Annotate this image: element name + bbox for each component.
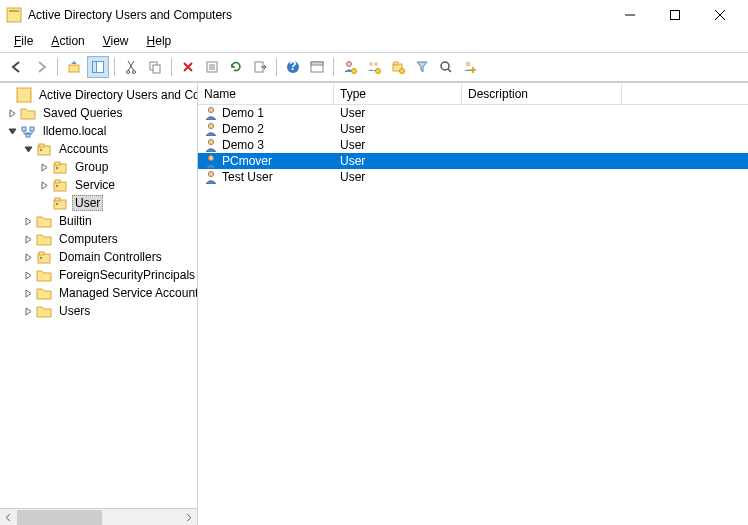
close-button[interactable] [697, 0, 742, 30]
new-ou-button[interactable] [387, 56, 409, 78]
column-header-type[interactable]: Type [334, 83, 462, 104]
tree-label: Managed Service Accounts [56, 285, 197, 301]
collapse-icon[interactable] [22, 143, 34, 155]
cut-button[interactable] [120, 56, 142, 78]
horizontal-scrollbar[interactable] [0, 508, 197, 525]
forward-button[interactable] [30, 56, 52, 78]
tree-builtin[interactable]: Builtin [0, 212, 197, 230]
toolbar-separator [171, 58, 172, 76]
tree-label: Domain Controllers [56, 249, 165, 265]
tree-label: Computers [56, 231, 121, 247]
column-header-name[interactable]: Name [198, 83, 334, 104]
menu-view[interactable]: ViewView [95, 32, 137, 50]
expand-icon[interactable] [22, 269, 34, 281]
cell-type: User [334, 122, 462, 136]
column-header-description[interactable]: Description [462, 83, 622, 104]
tree[interactable]: Active Directory Users and Com Saved Que… [0, 83, 197, 508]
expand-icon[interactable] [38, 179, 50, 191]
cell-type: User [334, 170, 462, 184]
app-icon [6, 7, 22, 23]
tree-foreign-security-principals[interactable]: ForeignSecurityPrincipals [0, 266, 197, 284]
scroll-right-button[interactable] [180, 510, 197, 525]
list-row[interactable]: Test UserUser [198, 169, 748, 185]
svg-rect-21 [311, 62, 323, 65]
menu-action[interactable]: ActionAction [43, 32, 92, 50]
delete-button[interactable] [177, 56, 199, 78]
expand-icon[interactable] [6, 107, 18, 119]
export-button[interactable] [249, 56, 271, 78]
cell-name-text: Test User [222, 170, 273, 184]
svg-rect-41 [55, 162, 60, 165]
svg-point-9 [127, 71, 130, 74]
maximize-button[interactable] [652, 0, 697, 30]
show-hide-tree-button[interactable] [87, 56, 109, 78]
tree-accounts[interactable]: Accounts [0, 140, 197, 158]
collapse-icon[interactable] [6, 125, 18, 137]
svg-rect-12 [153, 65, 160, 73]
menu-help[interactable]: HelpHelp [139, 32, 180, 50]
tree-label: Active Directory Users and Com [36, 87, 197, 103]
properties-button[interactable] [201, 56, 223, 78]
minimize-button[interactable] [607, 0, 652, 30]
svg-rect-33 [17, 88, 31, 102]
list-row[interactable]: Demo 2User [198, 121, 748, 137]
cell-name: Demo 1 [198, 106, 334, 120]
list-row[interactable]: Demo 1User [198, 105, 748, 121]
svg-line-31 [448, 69, 451, 72]
tree-service[interactable]: Service [0, 176, 197, 194]
tree-users[interactable]: Users [0, 302, 197, 320]
scroll-track[interactable] [17, 510, 180, 525]
cell-name-text: Demo 2 [222, 122, 264, 136]
find-button[interactable] [435, 56, 457, 78]
tree-managed-service-accounts[interactable]: Managed Service Accounts [0, 284, 197, 302]
cell-name-text: PCmover [222, 154, 272, 168]
refresh-button[interactable] [225, 56, 247, 78]
domain-icon [20, 123, 36, 139]
tree-saved-queries[interactable]: Saved Queries [0, 104, 197, 122]
tree-computers[interactable]: Computers [0, 230, 197, 248]
folder-icon [36, 303, 52, 319]
toolbar: ? [0, 52, 748, 82]
scroll-left-button[interactable] [0, 510, 17, 525]
expand-icon[interactable] [22, 305, 34, 317]
filter-button[interactable] [411, 56, 433, 78]
details-button[interactable] [306, 56, 328, 78]
svg-point-39 [40, 149, 42, 151]
svg-point-52 [208, 107, 213, 112]
svg-text:?: ? [289, 60, 296, 73]
tree-domain-controllers[interactable]: Domain Controllers [0, 248, 197, 266]
folder-icon [36, 231, 52, 247]
expand-icon[interactable] [22, 251, 34, 263]
new-group-button[interactable] [363, 56, 385, 78]
svg-point-48 [56, 203, 58, 205]
expand-icon[interactable] [22, 287, 34, 299]
expand-icon[interactable] [38, 161, 50, 173]
up-button[interactable] [63, 56, 85, 78]
tree-root[interactable]: Active Directory Users and Com [0, 86, 197, 104]
scroll-thumb[interactable] [17, 510, 102, 525]
content-area: Active Directory Users and Com Saved Que… [0, 82, 748, 525]
expand-icon[interactable] [22, 215, 34, 227]
svg-rect-3 [670, 11, 679, 20]
toolbar-separator [276, 58, 277, 76]
toolbar-separator [114, 58, 115, 76]
tree-user[interactable]: User [0, 194, 197, 212]
back-button[interactable] [6, 56, 28, 78]
tree-domain[interactable]: lldemo.local [0, 122, 197, 140]
svg-rect-28 [394, 62, 398, 65]
add-to-group-button[interactable] [459, 56, 481, 78]
cell-name-text: Demo 3 [222, 138, 264, 152]
tree-group[interactable]: Group [0, 158, 197, 176]
cell-name-text: Demo 1 [222, 106, 264, 120]
copy-button[interactable] [144, 56, 166, 78]
svg-rect-8 [93, 62, 97, 73]
list-row[interactable]: PCmoverUser [198, 153, 748, 169]
svg-rect-35 [30, 127, 34, 131]
new-user-button[interactable] [339, 56, 361, 78]
list-body[interactable]: Demo 1UserDemo 2UserDemo 3UserPCmoverUse… [198, 105, 748, 525]
svg-point-25 [374, 62, 378, 66]
help-button[interactable]: ? [282, 56, 304, 78]
list-row[interactable]: Demo 3User [198, 137, 748, 153]
menu-file[interactable]: FFileile [6, 32, 41, 50]
expand-icon[interactable] [22, 233, 34, 245]
